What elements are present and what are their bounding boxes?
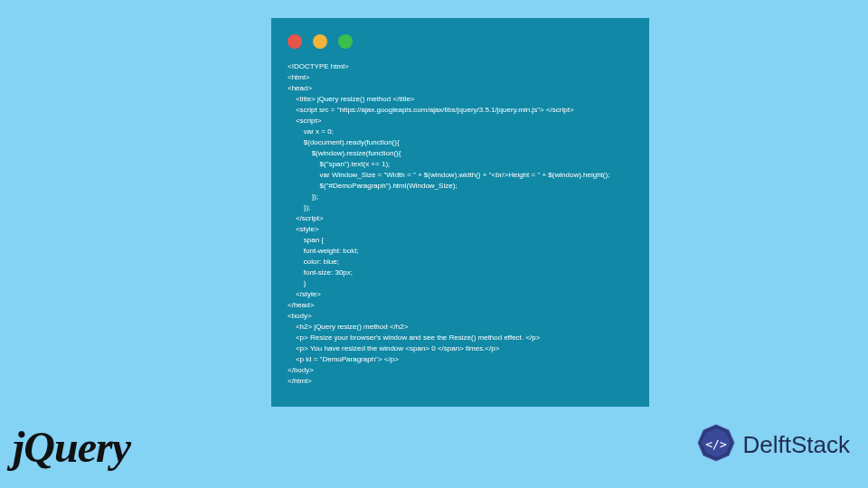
window-controls (288, 34, 633, 49)
svg-text:</>: </> (705, 437, 727, 451)
close-dot (288, 34, 302, 49)
code-content: <!DOCTYPE html> <html> <head> <title> jQ… (288, 61, 633, 387)
maximize-dot (338, 34, 353, 49)
minimize-dot (313, 34, 327, 49)
delftstack-logo: </> DelftStack (694, 423, 851, 466)
delftstack-icon: </> (694, 423, 738, 466)
code-window: <!DOCTYPE html> <html> <head> <title> jQ… (271, 18, 649, 407)
delftstack-text: DelftStack (743, 431, 851, 459)
jquery-logo: jQuery (13, 422, 130, 472)
